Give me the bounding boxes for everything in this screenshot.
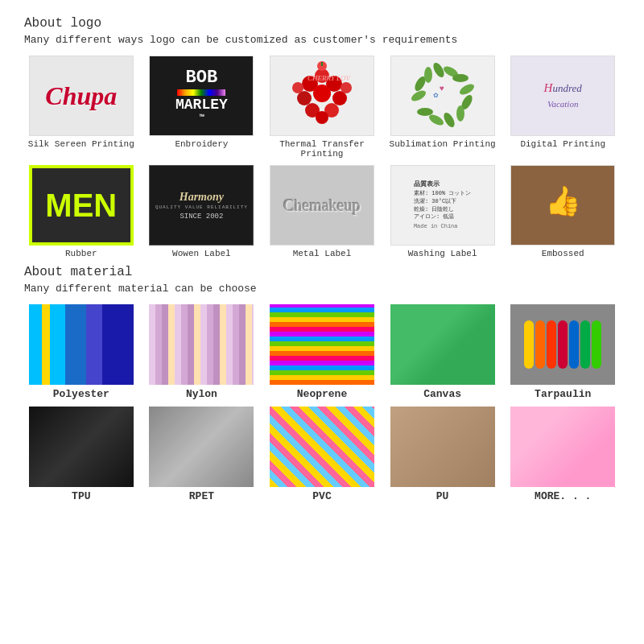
logo-item-sublimation: ✿ ♥ Sublimation Printing [386,56,500,159]
cherry-image: CHERRY LOV [270,56,374,136]
harmony-title: Harmony [155,189,248,205]
bob-line2: MARLEY [175,97,228,114]
svg-point-9 [292,82,303,93]
neoprene-label: Neoprene [297,388,347,400]
logo-item-metal: Chemakeup Metal Label [265,165,379,258]
canvas-label: Canvas [423,388,461,400]
tpu-label: TPU [72,490,90,502]
svg-point-16 [424,67,432,83]
rubber-label: Rubber [65,249,97,258]
harmony-label: Wowen Label [172,249,231,258]
rpet-image [149,407,254,487]
polyester-image [29,304,134,385]
harmony-image: Harmony QUALITY VALUE RELIABILITY SINCE … [149,165,254,246]
metal-image: Chemakeup [270,165,374,246]
material-item-tpu: TPU [24,407,138,502]
polyester-label: Polyester [53,388,109,400]
pvc-label: PVC [312,490,331,502]
material-item-polyester: Polyester [24,304,138,400]
material-item-neoprene: Neoprene [265,304,379,400]
digital-print-text: Hundred Vacation [541,76,585,114]
svg-text:✿: ✿ [433,92,439,99]
metal-script-text: Chemakeup [283,196,361,215]
svg-point-8 [316,111,328,124]
more-label: MORE. . . [535,490,591,502]
logo-section-subtitle: Many different ways logo can be customiz… [24,34,620,46]
cherry-label: Thermal Transfer Printing [265,139,379,159]
tarpaulin-rolls [524,320,601,369]
rubber-image: MEN [29,165,134,246]
svg-point-20 [457,82,475,97]
logo-item-washing: 品質表示 素材: 100% コットン 洗濯: 30°C以下 乾燥: 日陰乾し ア… [386,165,500,258]
sublimation-label: Sublimation Printing [390,139,496,149]
bob-marley-image: BOB MARLEY ™ [149,56,254,136]
material-item-canvas: Canvas [386,304,500,400]
material-item-more: MORE. . . [506,407,620,502]
more-image [510,407,615,487]
svg-point-25 [417,108,433,116]
material-row-1: Polyester Nylon Neoprene Canvas [24,304,620,400]
logo-row-2: MEN Rubber Harmony QUALITY VALUE RELIABI… [24,165,620,258]
washing-content: 品質表示 素材: 100% コットン 洗濯: 30°C以下 乾燥: 日陰乾し ア… [411,176,474,234]
nylon-image [149,304,254,385]
logo-item-digital: Hundred Vacation Digital Printing [506,56,620,159]
material-item-rpet: RPET [145,407,259,502]
pu-image [390,407,495,487]
material-row-2: TPU RPET PVC PU [24,407,620,502]
material-item-tarpaulin: Tarpaulin [506,304,620,400]
harmony-quality: QUALITY VALUE RELIABILITY [155,204,248,211]
embossed-label: Embossed [542,249,584,258]
svg-text:CHERRY LOV: CHERRY LOV [308,74,352,82]
svg-text:♥: ♥ [440,84,444,93]
svg-point-22 [456,105,464,122]
washing-label-text: Washing Label [408,249,477,258]
page: About logo Many different ways logo can … [0,0,644,644]
wreath-svg: ✿ ♥ [398,60,487,132]
material-section-subtitle: Many different material can be choose [24,283,620,295]
logo-item-rubber: MEN Rubber [24,165,138,258]
svg-text:👍: 👍 [545,184,581,218]
washing-image: 品質表示 素材: 100% コットン 洗濯: 30°C以下 乾燥: 日陰乾し ア… [390,165,495,246]
rpet-label: RPET [189,490,214,502]
digital-label: Digital Printing [520,139,605,149]
bob-line1: BOB [175,68,228,88]
svg-point-10 [341,82,352,93]
nylon-label: Nylon [186,388,217,400]
pu-label: PU [436,490,449,502]
tpu-image [29,407,134,487]
tarpaulin-label: Tarpaulin [535,388,591,400]
pvc-image [270,407,374,487]
material-item-pvc: PVC [265,407,379,502]
harmony-content: Harmony QUALITY VALUE RELIABILITY SINCE … [155,189,248,222]
svg-point-4 [313,85,331,102]
logo-item-cherry: CHERRY LOV Thermal Transfer Printing [265,56,379,159]
logo-row-1: Chupa Silk Sereen Printing BOB MARLEY ™ … [24,56,620,159]
sublimation-image: ✿ ♥ [390,56,495,136]
logo-item-chupa: Chupa Silk Sereen Printing [24,56,138,159]
logo-item-embossed: 👍 Embossed [506,165,620,258]
svg-point-19 [452,74,469,82]
bob-tm: ™ [175,114,228,123]
canvas-image [390,304,495,385]
logo-section: About logo Many different ways logo can … [24,16,620,258]
material-item-pu: PU [386,407,500,502]
digital-image: Hundred Vacation [510,56,615,136]
bob-marley-label: Enbroidery [175,139,228,149]
harmony-since: SINCE 2002 [155,212,248,222]
material-section: About material Many different material c… [24,265,620,502]
material-item-nylon: Nylon [145,304,259,400]
bob-rainbow [177,89,225,96]
logo-item-bob-marley: BOB MARLEY ™ Enbroidery [145,56,259,159]
material-section-title: About material [24,265,620,279]
tarpaulin-image [510,304,615,385]
logo-item-harmony: Harmony QUALITY VALUE RELIABILITY SINCE … [145,165,259,258]
neoprene-image [270,304,374,385]
chupa-label: Silk Sereen Printing [28,139,134,149]
embossed-image: 👍 [510,165,615,246]
embossed-svg: 👍 [535,177,591,233]
cherry-hearts-svg: CHERRY LOV [282,60,362,132]
svg-point-23 [441,111,456,129]
chupa-image: Chupa [29,56,134,136]
logo-section-title: About logo [24,16,620,31]
metal-label: Metal Label [293,249,352,258]
